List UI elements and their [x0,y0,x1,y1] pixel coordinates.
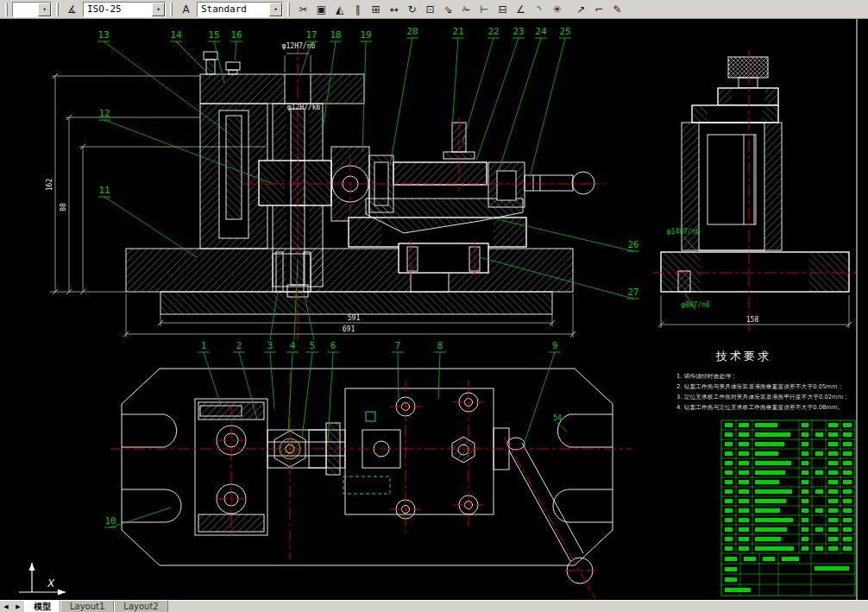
erase-tool-icon[interactable]: ✂ [294,1,312,18]
dim-label: φ8H7/n6 [681,301,710,309]
part-callout-2: 2 [236,340,242,351]
dim-label: 591 [348,314,361,322]
rotate-tool-icon[interactable]: ↻ [403,1,421,18]
move-tool-icon[interactable]: ↔ [385,1,403,18]
toolbar-grip[interactable] [170,3,173,16]
fillet-tool-icon[interactable]: ◝ [530,1,548,18]
chamfer-tool-icon[interactable]: ∠ [512,1,530,18]
tab-scroll-right-icon[interactable]: ▶ [12,601,24,612]
tab-model[interactable]: 模型 [24,601,60,612]
part-callout-21: 21 [452,26,463,37]
part-callout-19: 19 [360,29,371,41]
extend-tool-icon[interactable]: ⊢ [475,1,494,18]
plan-view [122,369,613,584]
part-callout-26: 26 [627,239,638,250]
part-callout-22: 22 [487,26,499,37]
part-callout-3: 3 [267,340,274,351]
dim-label: 54 [553,414,562,422]
dim-label: φ12H7/n6 [282,42,316,50]
part-callout-15: 15 [208,29,219,41]
part-callout-17: 17 [305,29,317,41]
part-callout-16: 16 [230,29,242,41]
tech-req-item: 2. 钻套工作面与夹具体安装基准面垂直度误差不大于0.05mm； [676,383,843,390]
dim-label: 158 [746,316,759,324]
tech-req-item: 4. 钻套工作面与定位支承板工作面垂直度误差不大于0.08mm。 [676,404,843,411]
copy-tool-icon[interactable]: ▣ [312,1,330,18]
layer-combo[interactable]: ▾ [12,2,52,17]
ucs-icon: X [19,563,66,596]
parts-list-table [721,420,855,596]
part-callout-12: 12 [98,108,110,119]
side-view [661,57,849,292]
dim-label: 88 [60,203,67,211]
toolbar-tools: ✂▣◭∥⊞↔↻⊡⇘✁⊢⊟∠◝✳↗⌐✎ [294,1,626,18]
part-callout-25: 25 [559,26,570,37]
part-callout-14: 14 [170,29,182,41]
dim-label: 162 [46,179,53,192]
offset-tool-icon[interactable]: ∥ [349,1,367,18]
scale-tool-icon[interactable]: ⊡ [421,1,439,18]
part-callout-9: 9 [552,340,558,351]
part-callout-27: 27 [627,287,638,298]
layout-tabs: 模型Layout1Layout2 [24,601,168,612]
trim-tool-icon[interactable]: ✁ [457,1,475,18]
dim-label: φ14H7/n6 [667,228,701,236]
part-callout-18: 18 [330,29,341,41]
leader-tool-icon[interactable]: ↗ [572,1,590,18]
tech-req-item: 1. 铸件须经时效处理； [676,373,737,380]
part-callout-11: 11 [98,185,110,196]
text-style-manager-icon[interactable]: A [177,1,195,18]
tech-req-item: 3. 定位支承板工作面对夹具体安装基准面平行度不大于0.02mm； [676,394,849,401]
break-tool-icon[interactable]: ⊟ [494,1,512,18]
part-callout-24: 24 [535,26,547,37]
text-style-combo[interactable]: Standard ▾ [197,2,283,17]
toolbar-grip[interactable] [5,3,8,16]
dim-label: 691 [343,325,355,333]
part-callout-6: 6 [330,340,337,351]
tech-req-title: 技术要求 [715,350,771,363]
dim-style-value: ISO-25 [84,3,152,15]
technical-requirements: 技术要求1. 铸件须经时效处理；2. 钻套工作面与夹具体安装基准面垂直度误差不大… [676,350,849,411]
part-callout-10: 10 [104,515,116,527]
dim-style-manager-icon[interactable]: ∡ [63,1,81,18]
ucs-x-label: X [47,577,55,590]
style-tool-icon[interactable]: ✎ [608,1,626,18]
toolbar-grip[interactable] [287,3,290,16]
part-callout-1: 1 [201,340,207,351]
explode-tool-icon[interactable]: ✳ [548,1,566,18]
chevron-down-icon[interactable]: ▾ [269,3,282,16]
main-toolbar: ▾ ∡ ISO-25 ▾ A Standard ▾ ✂▣◭∥⊞↔↻⊡⇘✁⊢⊟∠◝… [0,0,868,19]
dim-label: φ12H7/k6 [287,104,321,111]
toolbar-grip[interactable] [56,3,59,16]
tab-scroll-left-icon[interactable]: ◀ [0,601,12,612]
part-callout-20: 20 [406,26,418,37]
part-callout-13: 13 [97,29,109,41]
dim-style-combo[interactable]: ISO-25 ▾ [83,2,166,17]
tab-layout2[interactable]: Layout2 [114,601,167,612]
part-callout-23: 23 [513,26,524,37]
datum-tool-icon[interactable]: ⌐ [590,1,608,18]
array-tool-icon[interactable]: ⊞ [367,1,385,18]
part-callout-8: 8 [437,340,443,351]
text-style-value: Standard [198,3,269,15]
drawing-canvas[interactable]: φ12H7/n6φ12H7/k616288591691158φ14H7/n6φ8… [0,19,868,600]
layout-tab-bar: ◀ ▶ 模型Layout1Layout2 [0,600,868,612]
mirror-tool-icon[interactable]: ◭ [330,1,349,18]
part-callout-4: 4 [290,340,296,351]
drawing-svg: φ12H7/n6φ12H7/k616288591691158φ14H7/n6φ8… [0,19,868,600]
part-callout-7: 7 [395,340,401,351]
tab-layout1[interactable]: Layout1 [60,601,114,612]
chevron-down-icon[interactable]: ▾ [38,3,51,16]
stretch-tool-icon[interactable]: ⇘ [439,1,457,18]
part-callout-5: 5 [310,340,316,351]
chevron-down-icon[interactable]: ▾ [152,3,165,16]
